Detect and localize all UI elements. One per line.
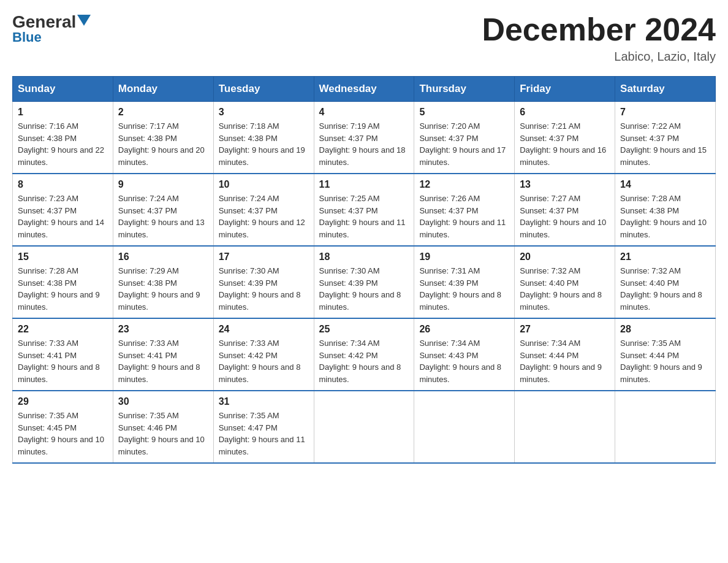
day-info: Sunrise: 7:35 AM Sunset: 4:44 PM Dayligh… — [620, 337, 710, 385]
table-row: 14 Sunrise: 7:28 AM Sunset: 4:38 PM Dayl… — [615, 174, 716, 246]
table-row: 9 Sunrise: 7:24 AM Sunset: 4:37 PM Dayli… — [113, 174, 213, 246]
day-number: 24 — [219, 324, 309, 335]
day-info: Sunrise: 7:35 AM Sunset: 4:46 PM Dayligh… — [118, 410, 208, 458]
day-number: 25 — [319, 324, 409, 335]
day-number: 5 — [419, 107, 509, 118]
day-info: Sunrise: 7:19 AM Sunset: 4:37 PM Dayligh… — [319, 120, 409, 168]
day-number: 27 — [520, 324, 610, 335]
table-row: 8 Sunrise: 7:23 AM Sunset: 4:37 PM Dayli… — [13, 174, 113, 246]
table-row: 22 Sunrise: 7:33 AM Sunset: 4:41 PM Dayl… — [13, 318, 113, 391]
day-number: 20 — [520, 251, 610, 262]
location-label: Labico, Lazio, Italy — [482, 50, 716, 64]
table-row: 16 Sunrise: 7:29 AM Sunset: 4:38 PM Dayl… — [113, 246, 213, 318]
day-number: 6 — [520, 107, 610, 118]
calendar-week-row: 22 Sunrise: 7:33 AM Sunset: 4:41 PM Dayl… — [13, 318, 716, 391]
title-block: December 2024 Labico, Lazio, Italy — [482, 12, 716, 64]
table-row: 23 Sunrise: 7:33 AM Sunset: 4:41 PM Dayl… — [113, 318, 213, 391]
day-info: Sunrise: 7:27 AM Sunset: 4:37 PM Dayligh… — [520, 193, 610, 240]
table-row: 20 Sunrise: 7:32 AM Sunset: 4:40 PM Dayl… — [515, 246, 615, 318]
logo-triangle-icon — [77, 15, 91, 28]
month-year-title: December 2024 — [482, 12, 716, 47]
day-number: 23 — [118, 324, 208, 335]
day-number: 2 — [118, 107, 208, 118]
col-tuesday: Tuesday — [213, 77, 314, 102]
table-row: 29 Sunrise: 7:35 AM Sunset: 4:45 PM Dayl… — [13, 391, 113, 463]
day-number: 11 — [319, 179, 409, 190]
table-row — [515, 391, 615, 463]
table-row: 5 Sunrise: 7:20 AM Sunset: 4:37 PM Dayli… — [414, 102, 515, 174]
day-number: 28 — [620, 324, 710, 335]
day-number: 29 — [18, 396, 108, 407]
day-number: 26 — [419, 324, 509, 335]
table-row — [314, 391, 414, 463]
table-row: 28 Sunrise: 7:35 AM Sunset: 4:44 PM Dayl… — [615, 318, 716, 391]
table-row: 21 Sunrise: 7:32 AM Sunset: 4:40 PM Dayl… — [615, 246, 716, 318]
day-info: Sunrise: 7:26 AM Sunset: 4:37 PM Dayligh… — [419, 193, 509, 240]
table-row: 4 Sunrise: 7:19 AM Sunset: 4:37 PM Dayli… — [314, 102, 414, 174]
table-row: 11 Sunrise: 7:25 AM Sunset: 4:37 PM Dayl… — [314, 174, 414, 246]
day-number: 22 — [18, 324, 108, 335]
day-info: Sunrise: 7:28 AM Sunset: 4:38 PM Dayligh… — [620, 193, 710, 240]
calendar-table: Sunday Monday Tuesday Wednesday Thursday… — [12, 76, 716, 464]
day-info: Sunrise: 7:32 AM Sunset: 4:40 PM Dayligh… — [520, 265, 610, 313]
col-wednesday: Wednesday — [314, 77, 414, 102]
logo: General Blue — [12, 12, 91, 45]
calendar-week-row: 15 Sunrise: 7:28 AM Sunset: 4:38 PM Dayl… — [13, 246, 716, 318]
table-row: 31 Sunrise: 7:35 AM Sunset: 4:47 PM Dayl… — [213, 391, 314, 463]
calendar-week-row: 1 Sunrise: 7:16 AM Sunset: 4:38 PM Dayli… — [13, 102, 716, 174]
col-saturday: Saturday — [615, 77, 716, 102]
day-info: Sunrise: 7:29 AM Sunset: 4:38 PM Dayligh… — [118, 265, 208, 313]
table-row: 2 Sunrise: 7:17 AM Sunset: 4:38 PM Dayli… — [113, 102, 213, 174]
table-row: 15 Sunrise: 7:28 AM Sunset: 4:38 PM Dayl… — [13, 246, 113, 318]
day-info: Sunrise: 7:34 AM Sunset: 4:42 PM Dayligh… — [319, 337, 409, 385]
calendar-week-row: 29 Sunrise: 7:35 AM Sunset: 4:45 PM Dayl… — [13, 391, 716, 463]
day-number: 18 — [319, 251, 409, 262]
day-number: 8 — [18, 179, 108, 190]
day-number: 4 — [319, 107, 409, 118]
table-row: 25 Sunrise: 7:34 AM Sunset: 4:42 PM Dayl… — [314, 318, 414, 391]
table-row — [615, 391, 716, 463]
col-thursday: Thursday — [414, 77, 515, 102]
day-info: Sunrise: 7:22 AM Sunset: 4:37 PM Dayligh… — [620, 120, 710, 168]
day-info: Sunrise: 7:33 AM Sunset: 4:41 PM Dayligh… — [118, 337, 208, 385]
day-number: 7 — [620, 107, 710, 118]
day-info: Sunrise: 7:24 AM Sunset: 4:37 PM Dayligh… — [219, 193, 309, 240]
day-number: 19 — [419, 251, 509, 262]
table-row: 10 Sunrise: 7:24 AM Sunset: 4:37 PM Dayl… — [213, 174, 314, 246]
page-header: General Blue December 2024 Labico, Lazio… — [12, 12, 716, 64]
table-row — [414, 391, 515, 463]
day-info: Sunrise: 7:33 AM Sunset: 4:42 PM Dayligh… — [219, 337, 309, 385]
day-number: 9 — [118, 179, 208, 190]
day-number: 16 — [118, 251, 208, 262]
col-sunday: Sunday — [13, 77, 113, 102]
day-info: Sunrise: 7:34 AM Sunset: 4:44 PM Dayligh… — [520, 337, 610, 385]
table-row: 1 Sunrise: 7:16 AM Sunset: 4:38 PM Dayli… — [13, 102, 113, 174]
day-info: Sunrise: 7:32 AM Sunset: 4:40 PM Dayligh… — [620, 265, 710, 313]
table-row: 17 Sunrise: 7:30 AM Sunset: 4:39 PM Dayl… — [213, 246, 314, 318]
day-number: 13 — [520, 179, 610, 190]
day-info: Sunrise: 7:24 AM Sunset: 4:37 PM Dayligh… — [118, 193, 208, 240]
day-number: 10 — [219, 179, 309, 190]
day-info: Sunrise: 7:21 AM Sunset: 4:37 PM Dayligh… — [520, 120, 610, 168]
day-info: Sunrise: 7:34 AM Sunset: 4:43 PM Dayligh… — [419, 337, 509, 385]
table-row: 13 Sunrise: 7:27 AM Sunset: 4:37 PM Dayl… — [515, 174, 615, 246]
day-number: 31 — [219, 396, 309, 407]
table-row: 7 Sunrise: 7:22 AM Sunset: 4:37 PM Dayli… — [615, 102, 716, 174]
table-row: 30 Sunrise: 7:35 AM Sunset: 4:46 PM Dayl… — [113, 391, 213, 463]
day-info: Sunrise: 7:18 AM Sunset: 4:38 PM Dayligh… — [219, 120, 309, 168]
logo-blue-text: Blue — [12, 29, 42, 45]
day-info: Sunrise: 7:23 AM Sunset: 4:37 PM Dayligh… — [18, 193, 108, 240]
calendar-week-row: 8 Sunrise: 7:23 AM Sunset: 4:37 PM Dayli… — [13, 174, 716, 246]
day-number: 17 — [219, 251, 309, 262]
day-info: Sunrise: 7:28 AM Sunset: 4:38 PM Dayligh… — [18, 265, 108, 313]
table-row: 12 Sunrise: 7:26 AM Sunset: 4:37 PM Dayl… — [414, 174, 515, 246]
day-info: Sunrise: 7:25 AM Sunset: 4:37 PM Dayligh… — [319, 193, 409, 240]
table-row: 26 Sunrise: 7:34 AM Sunset: 4:43 PM Dayl… — [414, 318, 515, 391]
day-number: 21 — [620, 251, 710, 262]
day-number: 15 — [18, 251, 108, 262]
day-number: 1 — [18, 107, 108, 118]
day-info: Sunrise: 7:35 AM Sunset: 4:45 PM Dayligh… — [18, 410, 108, 458]
table-row: 18 Sunrise: 7:30 AM Sunset: 4:39 PM Dayl… — [314, 246, 414, 318]
day-info: Sunrise: 7:30 AM Sunset: 4:39 PM Dayligh… — [319, 265, 409, 313]
table-row: 3 Sunrise: 7:18 AM Sunset: 4:38 PM Dayli… — [213, 102, 314, 174]
